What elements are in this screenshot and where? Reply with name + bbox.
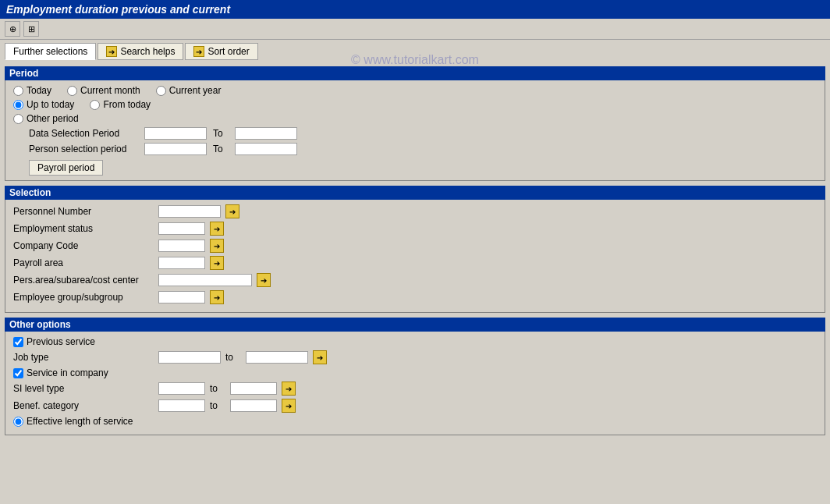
employee-group-input[interactable]: [158, 291, 205, 303]
si-level-type-from[interactable]: [158, 382, 205, 395]
benef-category-arrow[interactable]: ➔: [282, 399, 296, 413]
tab-search-helps[interactable]: ➔ Search helps: [98, 43, 183, 60]
employee-group-label: Employee group/subgroup: [13, 292, 154, 303]
selection-header: Selection: [5, 186, 825, 200]
data-selection-period-label: Data Selection Period: [29, 128, 138, 139]
main-content: Period Today Current month Current year: [0, 63, 830, 443]
selection-body: Personnel Number ➔ Employment status ➔ C…: [5, 200, 825, 313]
to-label-2: To: [213, 144, 229, 154]
job-type-to[interactable]: [246, 351, 308, 364]
benef-category-to[interactable]: [230, 399, 277, 412]
job-type-to-label: to: [225, 352, 241, 363]
person-selection-period-label: Person selection period: [29, 144, 138, 154]
si-level-to-label: to: [210, 383, 225, 394]
search-helps-label: Search helps: [120, 46, 175, 57]
payroll-area-arrow[interactable]: ➔: [210, 256, 224, 270]
company-code-label: Company Code: [13, 240, 154, 251]
toolbar: ⊕ ⊞: [0, 19, 830, 40]
data-selection-period-from[interactable]: [144, 127, 207, 140]
employment-status-input[interactable]: [158, 222, 205, 235]
radio-from-today[interactable]: From today: [90, 99, 151, 110]
period-section: Period Today Current month Current year: [5, 66, 825, 181]
service-in-company-checkbox[interactable]: [13, 368, 23, 378]
tab-arrow-search: ➔: [106, 46, 117, 57]
radio-current-year[interactable]: Current year: [156, 85, 222, 96]
payroll-period-button[interactable]: Payroll period: [29, 160, 103, 176]
tab-arrow-sort: ➔: [193, 46, 204, 57]
service-in-company-label: Service in company: [27, 367, 108, 378]
personnel-number-arrow[interactable]: ➔: [225, 204, 239, 218]
tab-sort-order[interactable]: ➔ Sort order: [185, 43, 257, 60]
employee-group-arrow[interactable]: ➔: [210, 290, 224, 304]
other-options-section: Other options Previous service Job type …: [5, 318, 825, 435]
pers-area-arrow[interactable]: ➔: [257, 273, 271, 287]
pers-area-input[interactable]: [158, 274, 252, 286]
job-type-label: Job type: [13, 352, 154, 363]
si-level-type-to[interactable]: [230, 382, 277, 395]
period-body: Today Current month Current year Up to t…: [5, 80, 825, 181]
title-bar: Employment duration previous and current: [0, 0, 830, 19]
pers-area-label: Pers.area/subarea/cost center: [13, 275, 154, 286]
radio-other-period[interactable]: Other period: [13, 113, 79, 124]
other-options-body: Previous service Job type to ➔ Service i…: [5, 332, 825, 435]
payroll-area-label: Payroll area: [13, 257, 154, 268]
person-selection-period-from[interactable]: [144, 143, 207, 155]
other-options-header: Other options: [5, 318, 825, 332]
effective-length-radio-label[interactable]: Effective length of service: [13, 416, 133, 427]
payroll-area-input[interactable]: [158, 257, 205, 269]
si-level-type-arrow[interactable]: ➔: [282, 382, 296, 396]
tab-further-selections[interactable]: Further selections: [5, 43, 96, 60]
benef-category-from[interactable]: [158, 399, 205, 412]
company-code-arrow[interactable]: ➔: [210, 239, 224, 253]
person-selection-period-to[interactable]: [235, 143, 297, 155]
personnel-number-input[interactable]: [158, 205, 221, 218]
benef-category-to-label: to: [210, 400, 225, 411]
radio-current-month[interactable]: Current month: [67, 85, 140, 96]
toolbar-icon-1[interactable]: ⊕: [5, 21, 20, 37]
period-header: Period: [5, 66, 825, 80]
si-level-type-label: SI level type: [13, 383, 154, 394]
job-type-from[interactable]: [158, 351, 221, 364]
toolbar-icon-2[interactable]: ⊞: [23, 21, 39, 37]
sort-order-label: Sort order: [208, 46, 249, 57]
selection-section: Selection Personnel Number ➔ Employment …: [5, 186, 825, 313]
personnel-number-label: Personnel Number: [13, 206, 154, 217]
benef-category-label: Benef. category: [13, 400, 154, 411]
radio-today[interactable]: Today: [13, 85, 51, 96]
employment-status-label: Employment status: [13, 223, 154, 234]
previous-service-label: Previous service: [27, 336, 95, 347]
previous-service-checkbox[interactable]: [13, 337, 23, 347]
radio-up-to-today[interactable]: Up to today: [13, 99, 74, 110]
further-selections-label: Further selections: [13, 46, 87, 57]
data-selection-period-to[interactable]: [235, 127, 297, 140]
job-type-arrow[interactable]: ➔: [313, 350, 327, 364]
employment-status-arrow[interactable]: ➔: [210, 222, 224, 236]
tab-bar: Further selections ➔ Search helps ➔ Sort…: [0, 40, 830, 63]
to-label-1: To: [213, 128, 229, 139]
company-code-input[interactable]: [158, 240, 205, 252]
effective-length-label: Effective length of service: [27, 416, 133, 427]
